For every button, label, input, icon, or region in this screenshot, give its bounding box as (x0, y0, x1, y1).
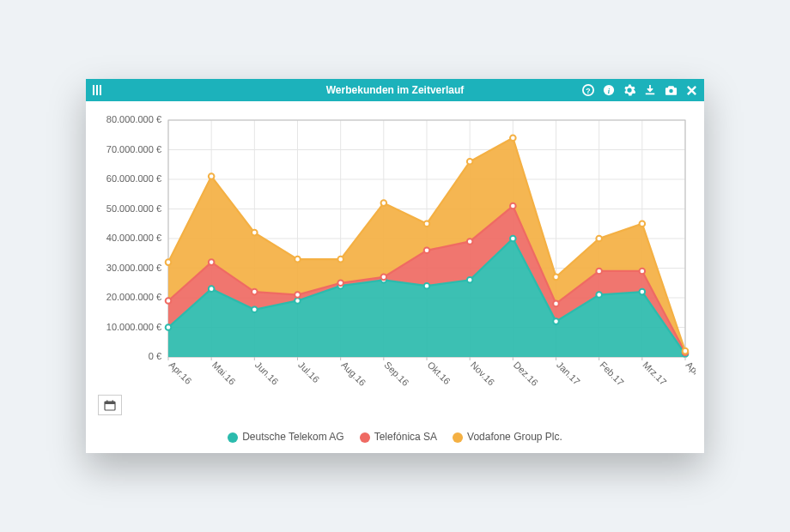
svg-point-41 (166, 298, 172, 304)
calendar-button[interactable] (98, 395, 122, 415)
svg-point-46 (381, 275, 387, 281)
x-tick-label: Apr.16 (167, 360, 194, 386)
y-tick-label: 70.000.000 € (106, 144, 161, 154)
legend-item-3[interactable]: Vodafone Group Plc. (453, 431, 562, 443)
chart-panel: Werbekunden im Zeitverlauf ? i 0 €10.0 (86, 79, 704, 453)
x-tick-label: Jun.16 (253, 360, 281, 387)
svg-rect-83 (112, 400, 114, 402)
svg-text:?: ? (586, 87, 590, 95)
svg-point-50 (553, 301, 559, 307)
svg-point-35 (467, 277, 473, 283)
svg-point-58 (337, 257, 343, 263)
svg-point-61 (467, 159, 473, 165)
x-tick-label: Aug.16 (339, 360, 368, 388)
close-icon[interactable] (686, 85, 697, 96)
svg-point-34 (424, 283, 430, 289)
svg-point-4 (669, 89, 673, 94)
y-tick-label: 80.000.000 € (106, 114, 161, 124)
svg-rect-82 (106, 400, 108, 402)
svg-point-38 (596, 292, 602, 298)
svg-point-48 (467, 239, 473, 245)
svg-point-49 (510, 203, 516, 209)
help-icon[interactable]: ? (582, 84, 594, 96)
svg-point-37 (553, 318, 559, 324)
legend-label-2: Telefónica SA (374, 431, 437, 443)
x-tick-label: Apr.17 (684, 360, 696, 386)
x-tick-label: Nov.16 (469, 360, 497, 388)
legend-item-2[interactable]: Telefónica SA (360, 431, 437, 443)
legend-label-1: Deutsche Telekom AG (242, 431, 344, 443)
y-tick-label: 50.000.000 € (106, 203, 161, 214)
svg-point-55 (209, 173, 215, 179)
x-tick-label: Jul.16 (296, 360, 321, 384)
x-tick-label: Sep.16 (382, 360, 410, 388)
y-tick-label: 20.000.000 € (106, 292, 161, 302)
svg-point-45 (337, 280, 343, 286)
svg-point-42 (209, 259, 215, 265)
x-tick-label: Mrz.17 (641, 360, 668, 387)
svg-point-47 (424, 248, 430, 254)
x-tick-label: Okt.16 (426, 360, 453, 386)
svg-point-64 (596, 236, 602, 242)
x-tick-label: Mai.16 (210, 360, 238, 387)
legend-item-1[interactable]: Deutsche Telekom AG (228, 431, 344, 443)
svg-point-62 (510, 135, 516, 141)
svg-point-59 (381, 200, 387, 206)
svg-point-56 (252, 230, 258, 236)
y-tick-label: 30.000.000 € (106, 263, 161, 273)
svg-point-29 (209, 286, 215, 292)
svg-point-52 (640, 269, 646, 275)
svg-point-57 (295, 257, 301, 263)
svg-point-60 (424, 221, 430, 227)
drag-icon[interactable] (93, 85, 101, 95)
legend-label-3: Vodafone Group Plc. (467, 431, 562, 443)
panel-header: Werbekunden im Zeitverlauf ? i (86, 79, 704, 101)
camera-icon[interactable] (665, 84, 678, 96)
info-icon[interactable]: i (603, 84, 615, 96)
x-tick-label: Feb.17 (598, 360, 626, 388)
y-tick-label: 60.000.000 € (106, 173, 161, 184)
download-icon[interactable] (644, 84, 656, 96)
svg-point-54 (166, 259, 172, 265)
svg-point-36 (510, 236, 516, 242)
chart-area: 0 €10.000.000 €20.000.000 €30.000.000 €4… (86, 101, 704, 426)
svg-point-63 (553, 275, 559, 281)
gear-icon[interactable] (623, 84, 635, 96)
svg-point-44 (295, 292, 301, 298)
y-tick-label: 40.000.000 € (106, 233, 161, 243)
x-tick-label: Jan.17 (555, 360, 582, 387)
chart-legend: Deutsche Telekom AG Telefónica SA Vodafo… (86, 426, 704, 453)
svg-point-66 (683, 348, 689, 354)
svg-point-39 (640, 289, 646, 295)
x-tick-label: Dez.16 (512, 360, 540, 388)
panel-title: Werbekunden im Zeitverlauf (326, 84, 464, 96)
y-tick-label: 0 € (149, 351, 161, 361)
stacked-area-chart: 0 €10.000.000 €20.000.000 €30.000.000 €4… (94, 110, 696, 403)
svg-point-28 (166, 324, 172, 330)
svg-rect-81 (105, 402, 115, 404)
svg-point-65 (640, 221, 646, 227)
svg-point-30 (252, 307, 258, 313)
y-tick-label: 10.000.000 € (106, 322, 161, 332)
svg-point-43 (252, 289, 258, 295)
svg-point-31 (295, 298, 301, 304)
svg-point-51 (596, 269, 602, 275)
